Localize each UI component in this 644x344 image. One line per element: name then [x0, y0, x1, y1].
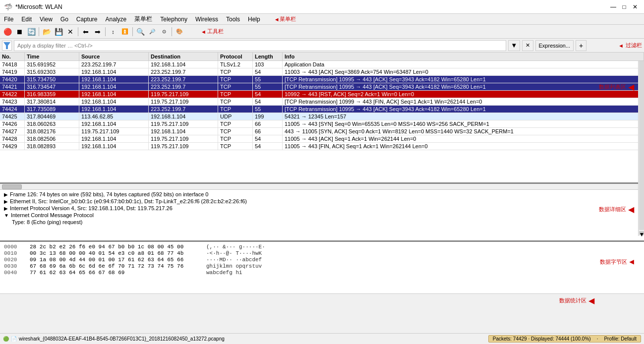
first-packet-btn[interactable]: ⏫	[119, 26, 130, 37]
col-header-no[interactable]: No.	[0, 53, 25, 60]
packet-cell: TCP	[218, 128, 253, 135]
packet-row[interactable]: 74418315.691952223.252.199.7192.168.1.10…	[0, 61, 644, 68]
maximize-button[interactable]: □	[619, 2, 629, 12]
packet-row[interactable]: 74425317.804469113.46.62.85192.168.1.104…	[0, 113, 644, 120]
forward-btn[interactable]: ➡	[92, 26, 103, 37]
packet-cell: 74418	[0, 61, 25, 68]
detail-expand-arrow[interactable]: ▼	[4, 213, 9, 218]
filter-clear-button[interactable]: ✕	[522, 40, 533, 51]
packet-cell: 54	[253, 98, 283, 105]
toolbar-sep-5	[172, 27, 172, 36]
col-header-length[interactable]: Length	[253, 53, 283, 60]
packet-cell: 318.082176	[25, 128, 79, 135]
menu-edit[interactable]: Edit	[17, 14, 36, 24]
zoom-reset-btn[interactable]: ⊙	[159, 26, 170, 37]
packet-row[interactable]: 74423317.380814192.168.1.104119.75.217.1…	[0, 98, 644, 106]
packet-row[interactable]: 74428318.082506192.168.1.104119.75.217.1…	[0, 135, 644, 143]
detail-item[interactable]: ▶Internet Protocol Version 4, Src: 192.1…	[0, 205, 644, 212]
filterbar-annotation-text: 过滤栏	[626, 42, 642, 49]
stop-capture-btn[interactable]: ⏹	[14, 26, 25, 37]
packet-cell: 317.735089	[25, 106, 79, 113]
packet-cell: TCP	[218, 120, 253, 127]
menu-file[interactable]: File	[0, 14, 17, 24]
bytes-offset: 0010	[4, 250, 22, 256]
filter-dropdown-button[interactable]: ▼	[508, 40, 520, 51]
col-header-info[interactable]: Info	[283, 53, 644, 60]
menu-wireless[interactable]: Wireless	[191, 14, 222, 24]
filter-input[interactable]	[14, 40, 506, 51]
packet-row[interactable]: 74420315.734750192.168.1.104223.252.199.…	[0, 76, 644, 83]
zoom-out-btn[interactable]: 🔎	[147, 26, 158, 37]
colorize-btn[interactable]: 🎨	[174, 26, 185, 37]
packet-cell: 192.168.1.104	[79, 98, 149, 105]
packet-cell: 443 → 11005 [SYN, ACK] Seq=0 Ack=1 Win=8…	[283, 128, 644, 135]
menu-capture[interactable]: Capture	[72, 14, 102, 24]
status-profile: Profile: Default	[604, 336, 637, 342]
packet-cell: TCP	[218, 135, 253, 142]
menu-view[interactable]: View	[36, 14, 57, 24]
packet-cell: 317.380814	[25, 98, 79, 105]
packet-row[interactable]: 74422316.983359192.168.1.104119.75.217.1…	[0, 91, 644, 98]
menu-analyze[interactable]: Analyze	[102, 14, 131, 24]
detail-expand-arrow[interactable]: ▶	[4, 206, 8, 211]
back-btn[interactable]: ⬅	[80, 26, 91, 37]
menu-help[interactable]: Help	[244, 14, 264, 24]
column-headers: No. Time Source Destination Protocol Len…	[0, 53, 644, 61]
packet-cell: [TCP Retransmission] 10995 → 443 [ACK] S…	[283, 106, 644, 113]
col-header-source[interactable]: Source	[79, 53, 149, 60]
packet-rows: 74418315.691952223.252.199.7192.168.1.10…	[0, 61, 644, 150]
menu-tools[interactable]: Tools	[222, 14, 244, 24]
zoom-in-btn[interactable]: 🔍	[135, 26, 146, 37]
status-icon-2: 📄	[11, 336, 17, 342]
packet-cell: 192.168.1.104	[79, 135, 149, 142]
bytes-hex: 28 2c b2 e2 26 f6 e0 94 67 b0 b0 1c 08 0…	[30, 244, 198, 250]
packet-row[interactable]: 74427318.082176119.75.217.109192.168.1.1…	[0, 128, 644, 135]
packet-cell: 119.75.217.109	[149, 120, 218, 127]
detail-item[interactable]: ▶Ethernet II, Src: IntelCor_b0:b0:1c (e0…	[0, 198, 644, 205]
col-header-protocol[interactable]: Protocol	[218, 53, 253, 60]
col-header-destination[interactable]: Destination	[149, 53, 218, 60]
packet-list[interactable]: No. Time Source Destination Protocol Len…	[0, 53, 644, 182]
restart-capture-btn[interactable]: 🔄	[26, 26, 37, 37]
bytes-rows: 000028 2c b2 e2 26 f6 e0 94 67 b0 b0 1c …	[4, 244, 640, 276]
main-content: No. Time Source Destination Protocol Len…	[0, 53, 644, 333]
horizontal-scrollbar[interactable]	[0, 184, 644, 190]
packet-cell: 11005 → 443 [ACK] Seq=1 Ack=1 Win=262144…	[283, 135, 644, 142]
detail-item[interactable]: Type: 8 (Echo (ping) request)	[0, 219, 644, 226]
detail-item[interactable]: ▼Internet Control Message Protocol	[0, 212, 644, 219]
menu-go[interactable]: Go	[57, 14, 72, 24]
save-file-btn[interactable]: 💾	[53, 26, 64, 37]
col-header-time[interactable]: Time	[25, 53, 79, 60]
packet-cell: 74420	[0, 76, 25, 83]
packet-cell: 316.734547	[25, 83, 79, 90]
packet-cell: 119.75.217.109	[149, 135, 218, 142]
goto-packet-btn[interactable]: ↕	[108, 26, 118, 37]
packet-row[interactable]: 74424317.735089192.168.1.104223.252.199.…	[0, 106, 644, 113]
detail-expand-arrow[interactable]: ▶	[4, 192, 8, 197]
packet-cell: 74419	[0, 68, 25, 75]
packet-cell: 192.168.1.104	[149, 128, 218, 135]
minimize-button[interactable]: —	[608, 2, 618, 12]
packet-cell: 74427	[0, 128, 25, 135]
menu-telephony[interactable]: Telephony	[156, 14, 191, 24]
add-filter-button[interactable]: +	[576, 40, 586, 51]
close-button[interactable]: ✕	[630, 2, 640, 12]
packet-row[interactable]: 74419315.692303192.168.1.104223.252.199.…	[0, 68, 644, 76]
expression-button[interactable]: Expression...	[535, 40, 574, 51]
close-file-btn[interactable]: ✕	[65, 26, 76, 37]
svg-marker-0	[3, 42, 10, 49]
start-capture-btn[interactable]: 🔴	[2, 26, 13, 37]
packet-row[interactable]: 74421316.734547192.168.1.104223.252.199.…	[0, 83, 644, 91]
packet-cell: 192.168.1.104	[149, 61, 218, 68]
packet-cell: 74423	[0, 98, 25, 105]
detail-text: Type: 8 (Echo (ping) request)	[12, 219, 82, 225]
detail-item[interactable]: ▶Frame 126: 74 bytes on wire (592 bits),…	[0, 191, 644, 198]
packet-row[interactable]: 74426318.060263192.168.1.104119.75.217.1…	[0, 120, 644, 128]
packet-row[interactable]: 74429318.082893192.168.1.104119.75.217.1…	[0, 143, 644, 150]
bytes-offset: 0040	[4, 270, 22, 276]
vertical-scrollbar[interactable]: ▲ ▼	[638, 53, 644, 236]
menu-statistics[interactable]: 菜单栏	[130, 14, 156, 24]
detail-expand-arrow[interactable]: ▶	[4, 199, 8, 204]
packet-cell: 223.252.199.7	[149, 68, 218, 75]
open-file-btn[interactable]: 📂	[41, 26, 52, 37]
